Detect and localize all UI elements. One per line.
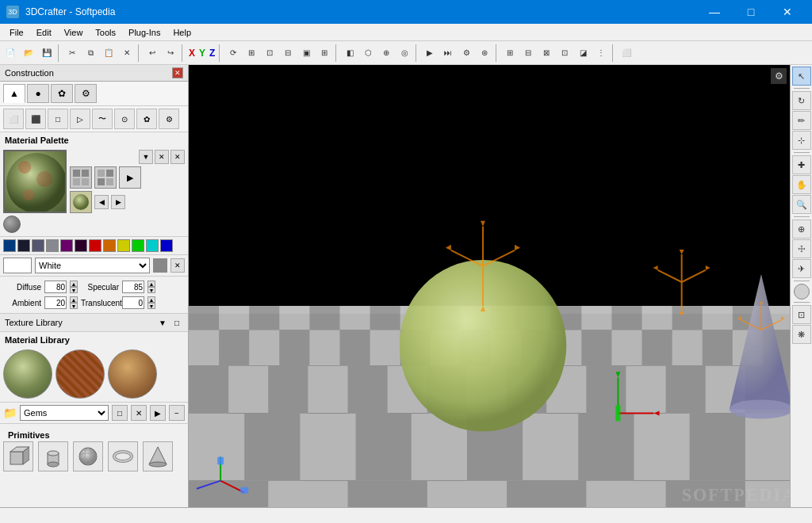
translucent-down[interactable]: ▼: [147, 303, 155, 309]
maximize-button[interactable]: □: [733, 0, 769, 24]
lib-right-button[interactable]: ▶: [150, 405, 166, 421]
swatch-gray-blue[interactable]: [32, 239, 44, 252]
view-btn-3[interactable]: ⊟: [279, 44, 297, 62]
palette-left-icon[interactable]: ◀: [94, 195, 109, 209]
mat-color-swatch[interactable]: [153, 258, 167, 273]
library-folder-icon[interactable]: 📁: [3, 407, 17, 419]
specular-down[interactable]: ▼: [147, 287, 155, 293]
const-tab-color[interactable]: ●: [27, 84, 49, 103]
swatch-dark-purple[interactable]: [75, 239, 87, 252]
render-btn[interactable]: ▶: [421, 44, 439, 62]
translucent-up[interactable]: ▲: [147, 296, 155, 303]
material-name-select[interactable]: White: [35, 258, 150, 273]
viewport-settings-button[interactable]: ⚙: [771, 68, 787, 84]
rt-zoom-btn[interactable]: 🔍: [792, 195, 811, 214]
const-tab-settings[interactable]: ⚙: [75, 84, 97, 103]
primitive-cylinder[interactable]: [38, 441, 68, 471]
specular-spinner[interactable]: ▲ ▼: [147, 281, 155, 293]
ambient-down[interactable]: ▼: [70, 303, 78, 309]
diffuse-up[interactable]: ▲: [70, 281, 78, 287]
diffuse-down[interactable]: ▼: [70, 287, 78, 293]
translucent-spinner[interactable]: ▲ ▼: [147, 296, 155, 309]
rt-circle-btn[interactable]: [794, 284, 810, 300]
palette-close-icon[interactable]: ✕: [170, 150, 185, 164]
rt-cross-btn[interactable]: ✚: [792, 155, 811, 174]
rt-paint-btn[interactable]: ✏: [792, 111, 811, 130]
view-btn-4[interactable]: ▣: [297, 44, 315, 62]
swatch-cyan[interactable]: [146, 239, 159, 252]
redo-button[interactable]: ↪: [162, 44, 179, 62]
object-btn[interactable]: ◧: [341, 44, 358, 62]
swatch-green[interactable]: [132, 239, 144, 252]
primitive-sphere[interactable]: [73, 441, 103, 471]
mat-delete-icon[interactable]: ✕: [170, 258, 185, 273]
icon-fill[interactable]: ⬛: [25, 109, 46, 129]
swatch-yellow[interactable]: [117, 239, 130, 252]
icon-gear[interactable]: ⚙: [159, 109, 179, 129]
diffuse-spinner[interactable]: ▲ ▼: [70, 281, 78, 293]
swatch-blue-dark[interactable]: [3, 239, 16, 252]
lib-delete-button[interactable]: ✕: [131, 405, 147, 421]
delete-button[interactable]: ✕: [118, 44, 136, 62]
const-tab-texture[interactable]: ✿: [51, 84, 73, 103]
cut-button[interactable]: ✂: [63, 44, 81, 62]
primitive-torus[interactable]: [108, 441, 138, 471]
grid-preview-2[interactable]: [94, 166, 117, 189]
snap-btn[interactable]: ⋮: [592, 44, 610, 62]
const-tab-shape[interactable]: ▲: [3, 84, 25, 103]
material-thumb-2[interactable]: [56, 349, 105, 399]
grid-btn-5[interactable]: ◪: [574, 44, 592, 62]
rt-select-btn[interactable]: ↖: [792, 67, 811, 86]
primitive-cube[interactable]: [3, 441, 33, 471]
scene-btn[interactable]: ⬡: [359, 44, 377, 62]
rt-orbit-btn[interactable]: ⊕: [792, 220, 811, 239]
palette-expand[interactable]: ▶: [119, 166, 141, 189]
grid-btn-3[interactable]: ⊠: [538, 44, 555, 62]
ambient-spinner[interactable]: ▲ ▼: [70, 296, 78, 309]
swatch-orange[interactable]: [103, 239, 116, 252]
panel-close-button[interactable]: ✕: [172, 67, 183, 78]
rt-hand-btn[interactable]: ✋: [792, 175, 811, 194]
rotate-view[interactable]: ⟳: [224, 44, 242, 62]
minimize-button[interactable]: —: [696, 0, 733, 24]
grid-btn-2[interactable]: ⊟: [519, 44, 537, 62]
tex-down-icon[interactable]: ▼: [156, 316, 169, 329]
wire-btn[interactable]: ⬜: [618, 44, 635, 62]
menu-plugins[interactable]: Plug-Ins: [122, 26, 167, 39]
swatch-blue[interactable]: [160, 239, 173, 252]
grid-btn-1[interactable]: ⊞: [501, 44, 519, 62]
icon-play[interactable]: ▷: [70, 109, 90, 129]
swatch-purple[interactable]: [60, 239, 73, 252]
icon-star[interactable]: ✿: [136, 109, 157, 129]
icon-light[interactable]: ⊙: [114, 109, 135, 129]
library-select[interactable]: Gems: [20, 405, 109, 421]
diffuse-value[interactable]: 80: [44, 281, 67, 293]
texture-preview-small[interactable]: [70, 191, 92, 213]
open-button[interactable]: 📂: [20, 44, 37, 62]
view-btn-2[interactable]: ⊡: [261, 44, 278, 62]
swatch-navy[interactable]: [17, 239, 30, 252]
lib-add-button[interactable]: □: [112, 405, 128, 421]
menu-file[interactable]: File: [3, 26, 30, 39]
icon-wave[interactable]: 〜: [92, 109, 113, 129]
extra-btn-2[interactable]: ⊛: [476, 44, 493, 62]
palette-filter-icon[interactable]: ▼: [139, 150, 153, 164]
material-thumb-1[interactable]: [3, 349, 52, 399]
lib-minus-button[interactable]: −: [169, 405, 185, 421]
viewport[interactable]: ⚙: [189, 65, 790, 507]
light-btn[interactable]: ⊕: [377, 44, 395, 62]
palette-delete-icon[interactable]: ✕: [155, 150, 169, 164]
icon-box[interactable]: □: [48, 109, 68, 129]
palette-right-icon[interactable]: ▶: [111, 195, 125, 209]
menu-help[interactable]: Help: [167, 26, 197, 39]
menu-edit[interactable]: Edit: [30, 26, 58, 39]
copy-button[interactable]: ⧉: [82, 44, 99, 62]
swatch-red[interactable]: [89, 239, 102, 252]
grid-preview-1[interactable]: [70, 166, 92, 189]
rt-rotate-btn[interactable]: ↻: [792, 91, 811, 110]
rt-fly-btn[interactable]: ✈: [792, 259, 811, 278]
ambient-up[interactable]: ▲: [70, 296, 78, 303]
menu-tools[interactable]: Tools: [89, 26, 122, 39]
paste-button[interactable]: 📋: [100, 44, 117, 62]
ambient-value[interactable]: 20: [44, 296, 67, 309]
